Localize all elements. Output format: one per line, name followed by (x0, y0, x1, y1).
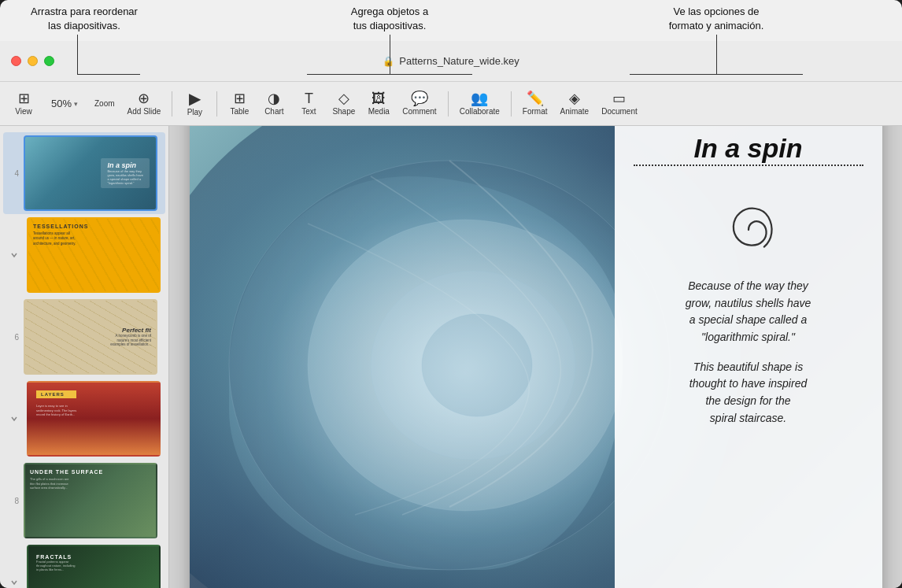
main-content: 4 In a spin Because of the way theygrow,… (0, 126, 902, 588)
text-icon: T (305, 91, 313, 105)
zoom-label-btn[interactable]: Zoom (88, 96, 121, 111)
shape-label: Shape (332, 107, 355, 116)
add-slide-icon: ⊕ (138, 91, 150, 105)
annotation-drag: Arrastra para reordenarlas diapositivas. (17, 5, 151, 32)
dotted-line-bottom (634, 165, 863, 166)
slide-number-4: 4 (6, 169, 19, 178)
table-icon: ⊞ (234, 91, 246, 105)
slide-canvas[interactable]: In a spin Because of the way theygrow, n… (190, 126, 882, 588)
view-button[interactable]: ⊞ View (6, 88, 41, 119)
slide-number-8: 8 (6, 497, 19, 505)
zoom-chevron-icon: ▾ (74, 100, 78, 108)
minimize-button[interactable] (28, 56, 38, 66)
add-slide-label: Add Slide (128, 107, 161, 116)
traffic-lights (11, 56, 54, 66)
collaborate-label: Collaborate (460, 107, 500, 116)
animate-button[interactable]: ◈ Animate (553, 88, 595, 119)
slide-thumb-6: Perfect fit A honeycomb is one ofnature'… (24, 299, 157, 375)
view-icon: ⊞ (18, 91, 30, 105)
sep-2 (216, 91, 217, 116)
slide-item-4[interactable]: 4 In a spin Because of the way theygrow,… (3, 132, 165, 214)
document-button[interactable]: ▭ Document (595, 88, 644, 119)
text-button[interactable]: T Text (291, 88, 326, 119)
animate-icon: ◈ (569, 91, 580, 105)
slide-body-text-2: This beautiful shape isthought to have i… (689, 359, 807, 427)
slide-text-panel: In a spin Because of the way theygrow, n… (615, 126, 882, 588)
chevron-5[interactable] (6, 247, 22, 263)
zoom-control[interactable]: 50% ▾ (41, 94, 88, 113)
chevron-7[interactable] (6, 411, 22, 427)
play-icon: ▶ (189, 91, 201, 106)
slide-heading: In a spin (694, 134, 803, 163)
toolbar: ⊞ View 50% ▾ Zoom ⊕ Add Slide ▶ Play ⊞ T… (0, 82, 902, 126)
slide-thumb-8: Under the surface The gills of a mushroo… (24, 463, 157, 538)
comment-button[interactable]: 💬 Comment (396, 88, 442, 119)
sep-4 (511, 91, 512, 116)
collaborate-icon: 👥 (471, 91, 488, 105)
slide-body-text-1: Because of the way theygrow, nautilus sh… (686, 278, 811, 346)
sep-3 (448, 91, 449, 116)
comment-label: Comment (402, 107, 436, 116)
annotation-format: Ve las opciones deformato y animación. (638, 5, 795, 32)
collaborate-button[interactable]: 👥 Collaborate (453, 88, 506, 119)
slide-item-9[interactable]: FRACTALS Fractal patterns appearthrougho… (3, 542, 165, 588)
canvas-area[interactable]: In a spin Because of the way theygrow, n… (169, 126, 902, 588)
svg-point-3 (422, 314, 532, 416)
media-icon: 🖼 (372, 91, 386, 105)
chevron-9[interactable] (6, 575, 22, 588)
view-label: View (15, 107, 32, 116)
table-label: Table (230, 107, 249, 116)
shape-button[interactable]: ◇ Shape (326, 88, 361, 119)
text-label: Text (301, 107, 316, 116)
slide-thumb-4: In a spin Because of the way theygrow, n… (24, 135, 157, 211)
format-icon: ✏️ (527, 91, 544, 105)
comment-icon: 💬 (411, 91, 428, 105)
spiral-svg (713, 194, 784, 265)
slide-number-6: 6 (6, 333, 19, 342)
chart-label: Chart (264, 107, 283, 116)
table-button[interactable]: ⊞ Table (222, 88, 257, 119)
animate-label: Animate (560, 107, 589, 116)
titlebar: 🔒 Patterns_Nature_wide.key (0, 41, 902, 82)
slide-panel[interactable]: 4 In a spin Because of the way theygrow,… (0, 126, 169, 588)
chart-button[interactable]: ◑ Chart (257, 88, 291, 119)
media-label: Media (368, 107, 390, 116)
zoom-value: 50% (51, 98, 72, 109)
add-slide-button[interactable]: ⊕ Add Slide (121, 88, 168, 119)
document-label: Document (601, 107, 638, 116)
document-icon: ▭ (612, 91, 626, 105)
lock-icon: 🔒 (383, 56, 394, 67)
play-label: Play (187, 108, 202, 116)
close-button[interactable] (11, 56, 21, 66)
media-button[interactable]: 🖼 Media (361, 88, 396, 119)
sep-1 (172, 91, 172, 116)
slide-thumb-7: LAYERS Layer is easy to see insedimentar… (27, 381, 161, 457)
shape-icon: ◇ (338, 91, 349, 105)
slide-thumb-5: TESSELLATIONS Tessellations appear allar… (27, 217, 161, 293)
window-title: Patterns_Nature_wide.key (399, 55, 519, 67)
slide-item-8[interactable]: 8 Under the surface The gills of a mushr… (3, 460, 165, 542)
zoom-label: Zoom (94, 99, 115, 108)
app-window: Arrastra para reordenarlas diapositivas.… (0, 0, 902, 588)
maximize-button[interactable] (44, 56, 54, 66)
play-button[interactable]: ▶ Play (177, 87, 212, 120)
slide-thumb-9: FRACTALS Fractal patterns appearthrougho… (27, 545, 161, 588)
slide-item-5[interactable]: TESSELLATIONS Tessellations appear allar… (3, 214, 165, 296)
annotation-add: Agrega objetos atus diapositivas. (327, 5, 453, 32)
format-label: Format (523, 107, 548, 116)
format-button[interactable]: ✏️ Format (516, 88, 554, 119)
slide-item-7[interactable]: LAYERS Layer is easy to see insedimentar… (3, 378, 165, 460)
title-area: 🔒 Patterns_Nature_wide.key (383, 55, 519, 67)
slide-item-6[interactable]: 6 Perfect fit A honeycomb is one ofnatur… (3, 296, 165, 378)
chart-icon: ◑ (268, 91, 280, 105)
